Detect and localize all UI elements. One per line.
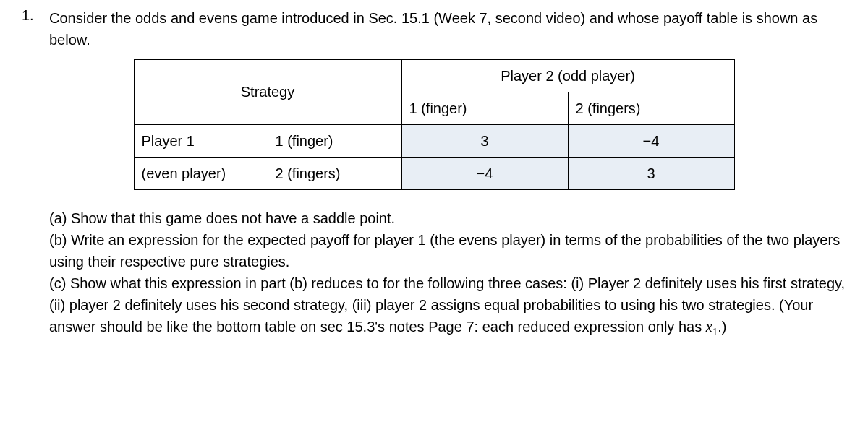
problem-intro-block: 1. Consider the odds and evens game intr…: [22, 7, 846, 51]
col-header-1: 1 (finger): [401, 92, 568, 125]
math-var-x: x: [706, 319, 712, 335]
payoff-r1c2: −4: [568, 125, 734, 158]
row1-strategy: 1 (finger): [268, 125, 401, 158]
problem-page: 1. Consider the odds and evens game intr…: [22, 7, 846, 340]
subpart-c-suffix: .): [718, 319, 726, 335]
player2-header: Player 2 (odd player): [401, 60, 734, 92]
payoff-table: Strategy Player 2 (odd player) 1 (finger…: [134, 59, 735, 190]
strategy-header: Strategy: [134, 60, 401, 125]
math-sub-1: 1: [712, 326, 718, 337]
col-header-2: 2 (fingers): [568, 92, 734, 125]
payoff-r1c1: 3: [401, 125, 568, 158]
problem-intro-text: Consider the odds and evens game introdu…: [49, 7, 846, 51]
subparts-block: (a) Show that this game does not have a …: [22, 207, 846, 340]
problem-number: 1.: [22, 7, 49, 24]
row2-strategy: 2 (fingers): [268, 158, 401, 190]
subpart-a: (a) Show that this game does not have a …: [49, 207, 846, 229]
payoff-r2c2: 3: [568, 158, 734, 190]
subpart-b: (b) Write an expression for the expected…: [49, 229, 846, 272]
player1-label-a: Player 1: [134, 125, 268, 158]
subpart-c: (c) Show what this expression in part (b…: [49, 272, 846, 340]
payoff-r2c1: −4: [401, 158, 568, 190]
player1-label-b: (even player): [134, 158, 268, 190]
